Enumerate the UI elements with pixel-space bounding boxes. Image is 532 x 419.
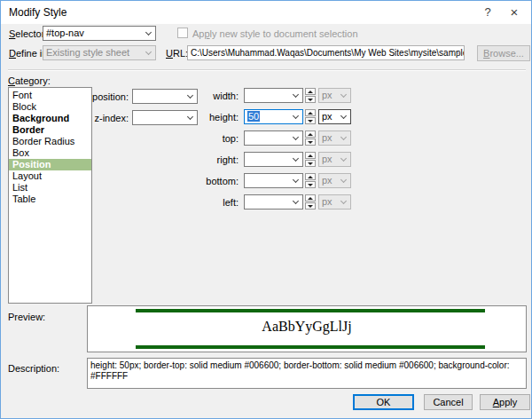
- modify-style-dialog: Modify Style ? × Selector: #top-nav Appl…: [0, 0, 532, 419]
- right-unit: px: [322, 154, 332, 164]
- spin-up-icon[interactable]: [305, 88, 316, 95]
- z-index-label: z-index:: [82, 113, 129, 123]
- define-in-combobox: Existing style sheet: [43, 45, 156, 60]
- chevron-down-icon: [293, 198, 299, 204]
- spin-up-icon[interactable]: [305, 152, 316, 159]
- bottom-label: bottom:: [187, 176, 239, 186]
- help-icon[interactable]: ?: [474, 1, 501, 23]
- divider: [8, 69, 526, 71]
- top-spinner: [305, 130, 316, 146]
- width-unit: px: [322, 90, 332, 100]
- selector-value: #top-nav: [46, 28, 84, 38]
- preview-border-bottom: [136, 345, 485, 349]
- preview-sample-text: AaBbYyGgLlJj: [88, 319, 526, 335]
- chevron-down-icon: [293, 91, 299, 98]
- chevron-down-icon: [293, 134, 299, 140]
- category-item-font[interactable]: Font: [9, 90, 91, 101]
- height-label: height:: [187, 112, 239, 123]
- category-item-position[interactable]: Position: [9, 159, 91, 170]
- selector-combobox[interactable]: #top-nav: [43, 26, 156, 41]
- category-label: Category:: [8, 75, 51, 86]
- right-spinner: [305, 152, 316, 167]
- chevron-down-icon: [340, 155, 347, 162]
- width-value-combobox[interactable]: [244, 88, 303, 103]
- right-label: right:: [187, 154, 239, 165]
- url-label: URL:: [166, 48, 188, 59]
- description-box: height: 50px; border-top: solid medium #…: [87, 358, 527, 389]
- browse-button: Browse...: [477, 45, 530, 61]
- category-item-layout[interactable]: Layout: [9, 170, 91, 182]
- top-unit-combobox: px: [318, 130, 351, 146]
- top-unit: px: [322, 132, 332, 143]
- spin-up-icon[interactable]: [305, 109, 316, 116]
- url-combobox[interactable]: C:\Users\Muhammad.Waqas\Documents\My Web…: [187, 45, 465, 60]
- height-value: 50: [247, 111, 260, 122]
- category-item-background[interactable]: Background: [9, 113, 91, 124]
- category-item-border[interactable]: Border: [9, 124, 91, 136]
- chevron-down-icon: [340, 198, 347, 204]
- apply-button[interactable]: Apply: [480, 394, 530, 410]
- cancel-button[interactable]: Cancel: [424, 394, 473, 410]
- spin-down-icon[interactable]: [305, 117, 316, 124]
- close-icon[interactable]: ×: [501, 1, 528, 23]
- left-value-combobox[interactable]: [244, 194, 303, 210]
- preview-border-top: [136, 309, 485, 312]
- dialog-title: Modify Style: [9, 6, 66, 19]
- spin-down-icon[interactable]: [305, 181, 316, 188]
- category-item-list[interactable]: List: [9, 182, 91, 194]
- width-unit-combobox: px: [318, 88, 351, 103]
- spin-up-icon[interactable]: [305, 130, 316, 138]
- description-label: Description:: [8, 363, 59, 374]
- category-item-border-radius[interactable]: Border Radius: [9, 136, 91, 147]
- left-unit-combobox: px: [318, 194, 351, 210]
- chevron-down-icon: [293, 177, 299, 183]
- height-spinner: [305, 109, 316, 124]
- height-unit: px: [322, 111, 332, 122]
- width-spinner: [305, 88, 316, 103]
- spin-up-icon[interactable]: [305, 194, 316, 202]
- right-unit-combobox: px: [318, 152, 351, 167]
- spin-down-icon[interactable]: [305, 160, 316, 167]
- bottom-value-combobox[interactable]: [244, 173, 303, 188]
- ok-button[interactable]: OK: [353, 394, 414, 410]
- preview-box: AaBbYyGgLlJj: [87, 305, 527, 352]
- spin-up-icon[interactable]: [305, 173, 316, 180]
- selector-label: Selector:: [9, 28, 47, 39]
- category-item-block[interactable]: Block: [9, 101, 91, 113]
- chevron-down-icon: [145, 49, 152, 55]
- url-value: C:\Users\Muhammad.Waqas\Documents\My Web…: [191, 48, 465, 58]
- left-label: left:: [187, 197, 239, 208]
- top-label: top:: [187, 133, 239, 144]
- bottom-unit-combobox: px: [318, 173, 351, 188]
- chevron-down-icon: [145, 29, 152, 36]
- chevron-down-icon: [340, 113, 347, 119]
- spin-down-icon[interactable]: [305, 96, 316, 103]
- spin-down-icon[interactable]: [305, 138, 316, 146]
- chevron-down-icon: [340, 177, 347, 183]
- top-value-combobox[interactable]: [244, 130, 303, 146]
- bottom-spinner: [305, 173, 316, 188]
- chevron-down-icon: [340, 91, 347, 98]
- chevron-down-icon: [340, 134, 347, 140]
- width-label: width:: [187, 91, 239, 101]
- apply-style-checkbox[interactable]: [177, 28, 188, 38]
- title-bar: Modify Style ? ×: [1, 1, 531, 24]
- chevron-down-icon: [293, 155, 299, 162]
- bottom-unit: px: [322, 175, 332, 186]
- chevron-down-icon: [293, 113, 299, 119]
- apply-style-checkbox-label: Apply new style to document selection: [192, 28, 358, 39]
- position-label: position:: [82, 91, 129, 102]
- category-item-table[interactable]: Table: [9, 194, 91, 205]
- right-value-combobox[interactable]: [244, 152, 303, 167]
- category-item-box[interactable]: Box: [9, 147, 91, 159]
- preview-label: Preview:: [8, 312, 45, 322]
- left-unit: px: [322, 196, 332, 207]
- spin-down-icon[interactable]: [305, 202, 316, 210]
- height-unit-combobox[interactable]: px: [318, 109, 351, 124]
- category-list: Font Block Background Border Border Radi…: [8, 87, 92, 304]
- define-in-value: Existing style sheet: [46, 47, 129, 58]
- height-value-combobox[interactable]: 50: [244, 109, 303, 124]
- left-spinner: [305, 194, 316, 210]
